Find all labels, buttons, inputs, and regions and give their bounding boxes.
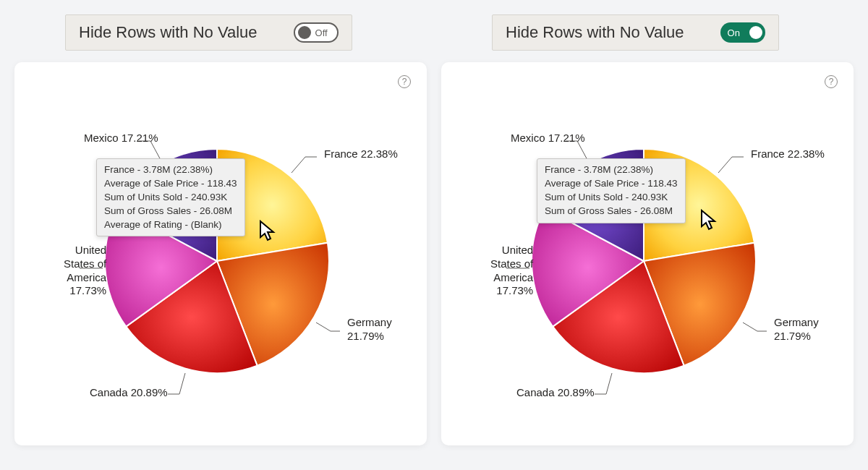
left-panel: Hide Rows with No Value Off ? (14, 14, 427, 445)
pie-chart-right[interactable]: France 22.38% Germany 21.79% Canada 20.8… (456, 77, 839, 431)
tooltip-line-2: Average of Sale Price - 118.43 (545, 177, 678, 191)
pie-chart-left[interactable]: France 22.38% Germany 21.79% Canada 20.8… (29, 77, 412, 431)
toggle-state-on: On (728, 27, 740, 38)
label-usa-4: 17.73% (69, 284, 106, 296)
chart-card-left: ? (14, 62, 427, 445)
label-usa-4: 17.73% (496, 284, 533, 296)
label-usa-2: States of (490, 257, 533, 270)
tooltip-line-1: France - 3.78M (22.38%) (545, 163, 678, 177)
toggle-label: Hide Rows with No Value (506, 23, 684, 42)
chart-card-right: ? (441, 62, 854, 445)
label-germany-pct: 21.79% (347, 330, 384, 342)
tooltip-line-3: Sum of Units Sold - 240.93K (104, 191, 237, 205)
toggle-switch-off[interactable]: Off (294, 22, 339, 43)
toggle-knob (298, 26, 311, 39)
label-usa-1: United (75, 244, 106, 256)
label-france: France 22.38% (751, 148, 825, 161)
label-mexico: Mexico 17.21% (84, 132, 158, 145)
tooltip-line-1: France - 3.78M (22.38%) (104, 163, 237, 177)
tooltip: France - 3.78M (22.38%) Average of Sale … (96, 158, 245, 236)
tooltip-line-4: Sum of Gross Sales - 26.08M (104, 205, 237, 218)
right-panel: Hide Rows with No Value On ? (441, 14, 854, 445)
tooltip-line-3: Sum of Units Sold - 240.93K (545, 191, 678, 205)
tooltip-line-2: Average of Sale Price - 118.43 (104, 177, 237, 191)
label-mexico: Mexico 17.21% (511, 132, 585, 145)
tooltip-line-5: Average of Rating - (Blank) (104, 218, 237, 232)
label-usa-2: States of (64, 257, 106, 270)
label-usa-3: America (67, 271, 106, 283)
label-usa-3: America (493, 271, 533, 283)
toggle-switch-on[interactable]: On (720, 22, 765, 43)
label-usa-1: United (502, 244, 533, 256)
tooltip: France - 3.78M (22.38%) Average of Sale … (537, 158, 686, 223)
tooltip-line-4: Sum of Gross Sales - 26.08M (545, 205, 678, 218)
toggle-label: Hide Rows with No Value (79, 23, 258, 42)
hide-rows-toggle-off-bar: Hide Rows with No Value Off (65, 14, 352, 51)
label-canada: Canada 20.89% (90, 386, 168, 400)
toggle-state-off: Off (315, 27, 328, 38)
hide-rows-toggle-on-bar: Hide Rows with No Value On (492, 14, 779, 51)
label-canada: Canada 20.89% (516, 386, 595, 400)
label-germany-pct: 21.79% (774, 330, 811, 342)
toggle-knob (749, 26, 762, 39)
label-france: France 22.38% (324, 148, 398, 161)
label-germany-name: Germany (774, 316, 819, 328)
label-germany-name: Germany (347, 316, 392, 328)
